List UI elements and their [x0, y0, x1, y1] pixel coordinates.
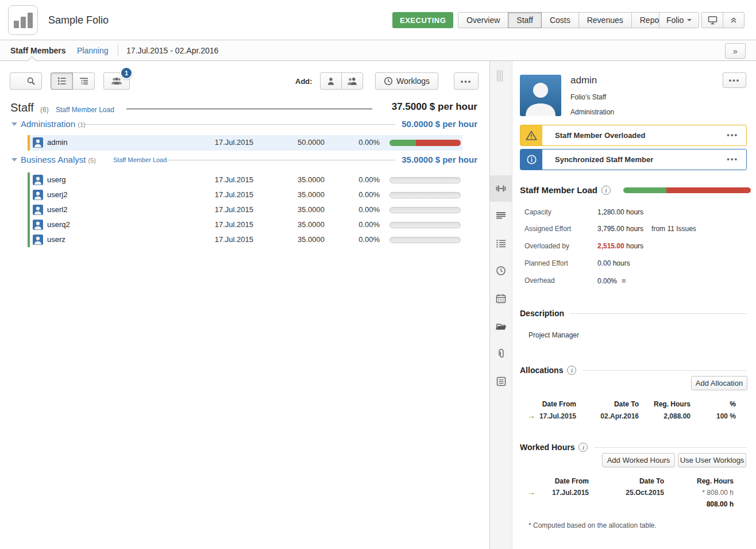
avatar: [33, 175, 43, 185]
member-date: 17.Jul.2015: [215, 190, 253, 199]
info-icon[interactable]: i: [567, 366, 576, 375]
use-user-worklogs-button[interactable]: Use User Worklogs: [678, 453, 746, 467]
member-rate: 35.0000: [298, 175, 325, 184]
staff-row-userl2[interactable]: userl2 17.Jul.2015 35.0000 0.00%: [28, 202, 462, 217]
allocation-date-to: 02.Apr.2016: [600, 412, 639, 420]
member-name: userq2: [47, 220, 70, 229]
bulleted-list-icon: [57, 77, 67, 85]
alert-overloaded[interactable]: Staff Member Overloaded •••: [520, 125, 747, 146]
grouped-list-icon: [79, 77, 88, 85]
add-staff-member-button[interactable]: [320, 72, 342, 90]
info-icon: [520, 149, 542, 170]
clock-icon: [384, 76, 393, 86]
staff-row-userq2[interactable]: userq2 17.Jul.2015 35.0000 0.00%: [28, 217, 462, 232]
tab-revenues[interactable]: Revenues: [578, 12, 632, 28]
worked-hours-computed: * 808.00 h: [702, 489, 734, 497]
more-actions-button[interactable]: •••: [454, 72, 479, 90]
presentation-mode-button[interactable]: [701, 12, 723, 28]
text-lines-icon: [496, 212, 506, 220]
description-section-title: Description: [520, 309, 747, 318]
group-name[interactable]: Business Analyst (5): [21, 155, 96, 164]
tab-costs[interactable]: Costs: [541, 12, 579, 28]
strip-tab-load[interactable]: [490, 175, 512, 202]
member-name: userg: [47, 175, 66, 184]
staff-row-admin[interactable]: admin 17.Jul.2015 50.0000 0.00%: [28, 135, 462, 151]
tab-planning[interactable]: Planning: [77, 40, 109, 61]
info-icon[interactable]: i: [578, 443, 588, 452]
collapse-triangle-icon[interactable]: [11, 122, 17, 126]
expand-panel-button[interactable]: »: [725, 43, 746, 59]
member-date: 17.Jul.2015: [215, 235, 253, 244]
divider: [163, 160, 395, 160]
paperclip-icon: [497, 348, 505, 359]
tab-staff-members[interactable]: Staff Members: [10, 40, 65, 61]
add-label: Add:: [295, 72, 313, 90]
staff-row-userg[interactable]: userg 17.Jul.2015 35.0000 0.00%: [28, 172, 462, 187]
alert-actions-button[interactable]: •••: [727, 130, 738, 139]
group-load-link[interactable]: Staff Member Load: [113, 156, 167, 163]
staff-row-userj2[interactable]: userj2 17.Jul.2015 35.0000 0.00%: [28, 187, 462, 202]
panel-resize-handle[interactable]: [497, 70, 506, 82]
grouped-list-view-button[interactable]: [72, 72, 95, 90]
detail-member-type: Folio's Staff: [570, 93, 606, 101]
strip-tab-calendar[interactable]: [490, 285, 512, 312]
add-staff-group-button[interactable]: [341, 72, 363, 90]
people-group-icon: [111, 76, 122, 86]
search-button[interactable]: [10, 72, 42, 90]
member-percent: 0.00%: [358, 235, 380, 244]
folio-menu-button[interactable]: Folio: [659, 12, 699, 28]
alert-label: Synchronized Staff Member: [555, 155, 653, 164]
app-header: Sample Folio EXECUTING Overview Staff Co…: [0, 0, 756, 40]
group-name[interactable]: Administration (1): [21, 119, 86, 129]
ellipsis-icon: •••: [461, 77, 472, 86]
worked-hours-section-title: Worked Hours i: [520, 443, 747, 452]
collapse-triangle-icon[interactable]: [11, 158, 17, 162]
staff-row-userz[interactable]: userz 17.Jul.2015 35.0000 0.00%: [28, 232, 462, 247]
worked-hours-row-arrow-icon: →: [527, 487, 535, 497]
member-name: userj2: [47, 190, 67, 199]
strip-tab-documents[interactable]: [490, 313, 512, 339]
strip-tab-description[interactable]: [490, 202, 512, 229]
group-filter-badge: 1: [120, 67, 133, 79]
group-rate: 35.0000 $ per hour: [402, 155, 477, 164]
member-name: userl2: [47, 205, 67, 214]
staff-list-header: Staff (6) Staff Member Load 37.5000 $ pe…: [10, 101, 479, 116]
flat-list-view-button[interactable]: [51, 72, 73, 90]
strip-tab-log[interactable]: [490, 368, 512, 394]
assigned-effort-value: 3,795.00 hoursfrom 11 Issues: [597, 225, 696, 233]
member-date: 17.Jul.2015: [215, 220, 253, 229]
alert-synchronized[interactable]: Synchronized Staff Member •••: [520, 149, 747, 170]
chevron-down-icon: [687, 19, 692, 21]
info-icon[interactable]: i: [601, 186, 611, 195]
group-count: (5): [88, 157, 96, 164]
detail-member-group: Administration: [570, 108, 614, 116]
collapse-header-button[interactable]: [723, 12, 745, 28]
divider: [82, 124, 395, 125]
tab-staff[interactable]: Staff: [508, 12, 542, 28]
member-percent: 0.00%: [358, 190, 380, 199]
alert-actions-button[interactable]: •••: [727, 155, 738, 163]
member-load-bar: [389, 192, 461, 198]
overhead-menu-icon[interactable]: ≡: [622, 277, 626, 285]
detail-more-button[interactable]: •••: [723, 72, 746, 88]
planned-effort-value: 0.00 hours: [597, 259, 630, 267]
add-allocation-button[interactable]: Add Allocation: [691, 376, 747, 390]
member-load-bar: [389, 237, 461, 243]
group-header-administration: Administration (1) 50.0000 $ per hour: [10, 119, 479, 129]
member-name: userz: [47, 235, 65, 244]
member-load-bar: [389, 140, 461, 146]
staff-count: (6): [40, 106, 49, 114]
add-worked-hours-button[interactable]: Add Worked Hours: [602, 453, 675, 467]
strip-tab-attachments[interactable]: [490, 340, 512, 367]
staff-title: Staff: [10, 101, 34, 114]
worklogs-button[interactable]: Worklogs: [375, 72, 438, 90]
staff-member-load-link[interactable]: Staff Member Load: [56, 106, 114, 114]
avatar: [33, 205, 43, 215]
strip-tab-worked-hours[interactable]: [490, 258, 512, 284]
member-rate: 35.0000: [298, 205, 325, 214]
capacity-label: Capacity: [524, 208, 551, 216]
strip-tab-allocations[interactable]: [490, 230, 512, 256]
tab-overview[interactable]: Overview: [458, 12, 508, 28]
wh-header-date-to: Date To: [639, 477, 664, 485]
row-status-edge: [28, 202, 30, 217]
